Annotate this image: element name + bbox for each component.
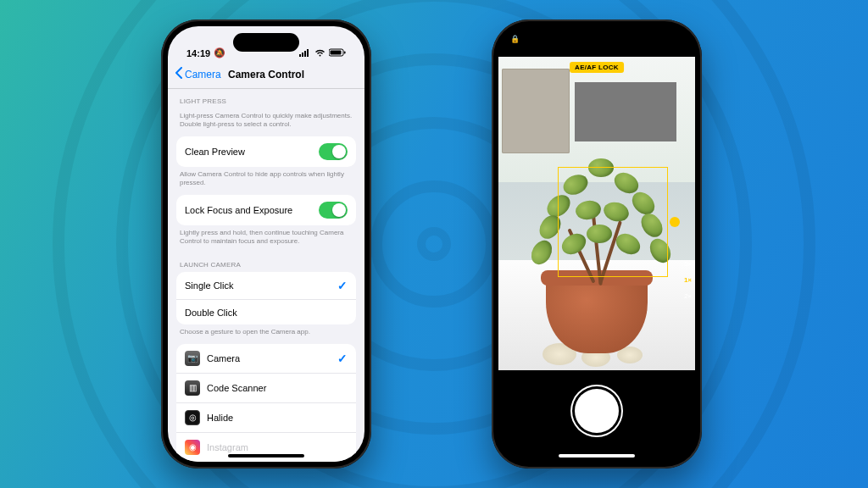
home-indicator[interactable] [228, 454, 304, 458]
row-label: Code Scanner [207, 383, 266, 393]
row-single-click[interactable]: Single Click ✓ [176, 272, 356, 299]
nav-bar: Camera Camera Control [168, 60, 364, 89]
scanner-app-icon: ▥ [185, 380, 200, 396]
row-label: Double Click [185, 308, 237, 318]
section-header-light-press: Light Press [168, 89, 364, 108]
row-label: Halide [207, 413, 233, 423]
toggle-lock-focus[interactable] [319, 202, 348, 219]
zoom-level-1x[interactable]: 1× [675, 276, 692, 284]
toggle-clean-preview[interactable] [319, 143, 348, 160]
svg-rect-2 [304, 51, 306, 57]
dynamic-island [564, 33, 630, 52]
wifi-icon [314, 48, 326, 58]
row-label: Lock Focus and Exposure [185, 205, 292, 215]
focus-rectangle[interactable] [558, 167, 668, 277]
status-time: 14:19 [186, 48, 210, 58]
camera-bottom-bar [498, 370, 695, 462]
instagram-app-icon: ◉ [185, 440, 200, 455]
cell-signal-icon [299, 48, 311, 58]
svg-rect-3 [307, 49, 309, 57]
svg-rect-5 [331, 51, 342, 55]
ae-af-lock-badge: AE/AF LOCK [570, 62, 624, 73]
zoom-level-0.5x[interactable]: .5× [675, 260, 692, 268]
checkmark-icon: ✓ [337, 279, 348, 292]
row-double-click[interactable]: Double Click [176, 299, 356, 324]
back-label: Camera [185, 69, 221, 80]
section-desc-light-press: Light-press Camera Control to quickly ma… [168, 108, 364, 136]
svg-rect-1 [302, 53, 303, 57]
row-app-halide[interactable]: ◎ Halide [176, 402, 356, 432]
footer-lock-focus: Lightly press and hold, then continue to… [168, 225, 364, 253]
zoom-levels[interactable]: .5× 1× 2× [675, 252, 695, 308]
zoom-level-2x[interactable]: 2× [675, 292, 692, 300]
phone-settings: 14:19 🔕 Camera [161, 19, 371, 469]
home-indicator[interactable] [559, 454, 635, 458]
row-label: Camera [207, 353, 240, 363]
back-button[interactable]: Camera [168, 67, 221, 81]
footer-clean-preview: Allow Camera Control to hide app control… [168, 167, 364, 195]
halide-app-icon: ◎ [185, 410, 200, 425]
phone-camera: 🔒 AE/AF LOCK [492, 19, 702, 469]
silent-bell-icon: 🔕 [214, 47, 225, 58]
camera-viewfinder[interactable]: AE/AF LOCK [498, 57, 695, 370]
page-title: Camera Control [228, 69, 304, 80]
chevron-left-icon [175, 67, 183, 81]
row-app-camera[interactable]: 📷 Camera ✓ [176, 344, 356, 373]
shutter-button[interactable] [575, 389, 619, 433]
settings-body[interactable]: Light Press Light-press Camera Control t… [168, 89, 364, 462]
section-header-launch-camera: Launch Camera [168, 252, 364, 272]
footer-launch-camera: Choose a gesture to open the Camera app. [168, 324, 364, 343]
row-clean-preview[interactable]: Clean Preview [176, 136, 356, 167]
row-lock-focus[interactable]: Lock Focus and Exposure [176, 195, 356, 225]
camera-app-icon: 📷 [185, 351, 200, 366]
exposure-sun-icon[interactable] [670, 218, 679, 226]
lock-icon: 🔒 [510, 35, 524, 48]
row-label: Instagram [207, 442, 248, 452]
row-label: Single Click [185, 280, 233, 291]
row-label: Clean Preview [185, 147, 245, 157]
row-app-code-scanner[interactable]: ▥ Code Scanner [176, 373, 356, 402]
dynamic-island [233, 33, 299, 52]
checkmark-icon: ✓ [337, 352, 348, 365]
svg-rect-6 [344, 52, 346, 54]
battery-icon [329, 48, 346, 58]
svg-rect-0 [299, 54, 301, 57]
